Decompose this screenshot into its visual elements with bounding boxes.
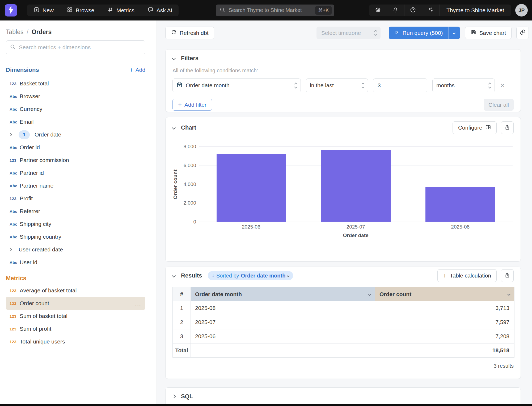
expand-sql-icon[interactable] — [172, 395, 176, 398]
filter-unit-select[interactable]: months — [432, 78, 495, 92]
user-avatar[interactable]: JP — [515, 4, 528, 16]
breadcrumb-current: Orders — [32, 28, 52, 36]
filter-unit-value: months — [436, 82, 455, 89]
sidebar-item-total-unique-users[interactable]: 123Total unique users — [6, 335, 145, 348]
collapse-results-icon[interactable] — [172, 274, 176, 277]
remove-filter-button[interactable]: × — [500, 81, 505, 90]
breadcrumb-tables-link[interactable]: Tables — [6, 28, 23, 36]
plus-icon: + — [443, 272, 447, 279]
gear-icon — [375, 7, 381, 14]
sidebar-item-basket-total[interactable]: 123Basket total — [6, 77, 145, 90]
sidebar-item-email[interactable]: AbcEmail — [6, 115, 145, 128]
filter-value-input-group — [373, 78, 427, 92]
row-number-cell: 1 — [173, 301, 191, 315]
total-label-cell: Total — [173, 343, 191, 358]
row-number-header: # — [173, 287, 191, 301]
metric-cell: 3,713 — [375, 301, 514, 315]
sidebar-item-label: Basket total — [20, 80, 49, 87]
sidebar-item-partner-id[interactable]: AbcPartner id — [6, 167, 145, 179]
filters-subtitle: All of the following conditions match: — [172, 68, 514, 74]
org-switcher[interactable]: Thyme to Shine Market — [439, 5, 511, 16]
plus-square-icon — [33, 7, 40, 14]
sidebar-item-order-id[interactable]: AbcOrder id — [6, 141, 145, 154]
nav-item-new[interactable]: New — [27, 5, 60, 16]
text-field-icon: Abc — [10, 94, 19, 99]
settings-button[interactable] — [369, 5, 387, 16]
play-icon — [394, 30, 399, 36]
filter-value-input[interactable] — [373, 79, 427, 92]
configure-chart-button[interactable]: Configure — [453, 121, 497, 134]
collapse-filters-icon[interactable] — [172, 56, 176, 60]
ai-assistant-button[interactable] — [422, 5, 439, 16]
sidebar-item-currency[interactable]: AbcCurrency — [6, 103, 145, 115]
side-panel-icon — [485, 124, 491, 131]
nav-item-ask-ai[interactable]: Ask AI — [141, 5, 179, 16]
x-axis-tick: 2025-07 — [303, 224, 408, 230]
y-axis-tick: 4,000 — [183, 181, 196, 187]
table-calculation-button[interactable]: + Table calculation — [437, 269, 497, 282]
sidebar-item-profit[interactable]: 123Profit — [6, 192, 145, 205]
search-icon — [219, 7, 225, 14]
metrics-list: 123Average of basket total 123 Order cou… — [6, 284, 145, 348]
total-metric-cell: 18,518 — [375, 343, 514, 358]
export-chart-button[interactable] — [501, 121, 514, 134]
sidebar-item-partner-commission[interactable]: 123Partner commission — [6, 154, 145, 167]
sidebar-item-label: Average of basket total — [20, 287, 77, 294]
x-axis-tick: 2025-06 — [199, 224, 303, 230]
app-logo[interactable] — [5, 4, 17, 16]
link-icon — [520, 29, 526, 36]
help-button[interactable] — [404, 5, 422, 16]
export-results-button[interactable] — [501, 269, 514, 282]
select-caret-icon — [489, 83, 491, 88]
column-header-order-date-month[interactable]: Order date month — [191, 287, 375, 301]
collapse-chart-icon[interactable] — [172, 126, 176, 130]
refresh-dbt-button[interactable]: Refresh dbt — [165, 27, 214, 39]
sidebar-item-sum-of-profit[interactable]: 123Sum of profit — [6, 322, 145, 335]
sidebar-item-user-created-date[interactable]: User created date — [6, 243, 145, 256]
sidebar-item-label: Order count — [20, 300, 49, 306]
sidebar-item-partner-name[interactable]: AbcPartner name — [6, 179, 145, 192]
results-panel: Results ↓ Sorted by Order date month + T… — [165, 267, 521, 379]
run-query-button[interactable]: Run query (500) — [389, 27, 460, 39]
save-chart-button[interactable]: Save chart — [465, 27, 512, 39]
explore-sidebar: Tables / Orders Dimensions + Add 123Bask… — [0, 20, 157, 406]
global-search[interactable]: ⌘+K — [216, 5, 334, 16]
sidebar-item-shipping-country[interactable]: AbcShipping country — [6, 230, 145, 243]
clear-all-filters-button[interactable]: Clear all — [484, 99, 514, 111]
add-filter-button[interactable]: + Add filter — [172, 99, 212, 111]
share-link-button[interactable] — [516, 27, 529, 39]
sidebar-item-average-of-basket-total[interactable]: 123Average of basket total — [6, 284, 145, 297]
run-query-label: Run query (500) — [403, 30, 443, 36]
column-header-order-count[interactable]: Order count — [375, 287, 514, 301]
add-dimension-button[interactable]: + Add — [130, 67, 145, 73]
nav-item-browse[interactable]: Browse — [60, 5, 101, 16]
timezone-select[interactable]: Select timezone — [316, 27, 381, 39]
number-field-icon: 123 — [10, 158, 19, 163]
more-menu-icon[interactable]: … — [135, 300, 142, 307]
nav-item-metrics[interactable]: Metrics — [101, 5, 141, 16]
sidebar-item-sum-of-basket-total[interactable]: 123Sum of basket total — [6, 310, 145, 322]
chevron-down-icon — [287, 274, 290, 277]
sidebar-item-order-date[interactable]: 1 Order date — [6, 128, 145, 141]
configure-label: Configure — [458, 125, 482, 131]
global-search-input[interactable] — [229, 7, 315, 13]
sidebar-item-referrer[interactable]: AbcReferrer — [6, 205, 145, 218]
fields-search-input[interactable] — [19, 44, 141, 51]
sort-pill[interactable]: ↓ Sorted by Order date month — [208, 271, 293, 280]
sidebar-item-order-count[interactable]: 123 Order count … — [6, 297, 145, 310]
sidebar-item-label: Shipping city — [20, 221, 51, 227]
sidebar-item-shipping-city[interactable]: AbcShipping city — [6, 218, 145, 230]
run-query-options-button[interactable] — [448, 27, 460, 39]
calendar-icon — [176, 82, 183, 89]
filter-field-select[interactable]: Order date month — [172, 78, 301, 92]
notifications-button[interactable] — [387, 5, 404, 16]
filter-operator-select[interactable]: in the last — [306, 78, 368, 92]
metrics-section-title: Metrics — [6, 275, 145, 282]
fields-search[interactable] — [6, 40, 145, 54]
sidebar-item-user-id[interactable]: AbcUser id — [6, 256, 145, 269]
number-metric-icon: 123 — [10, 327, 19, 331]
row-number-cell: 2 — [173, 315, 191, 329]
results-title: Results — [181, 272, 202, 279]
share-icon — [504, 124, 510, 131]
sidebar-item-browser[interactable]: AbcBrowser — [6, 90, 145, 103]
